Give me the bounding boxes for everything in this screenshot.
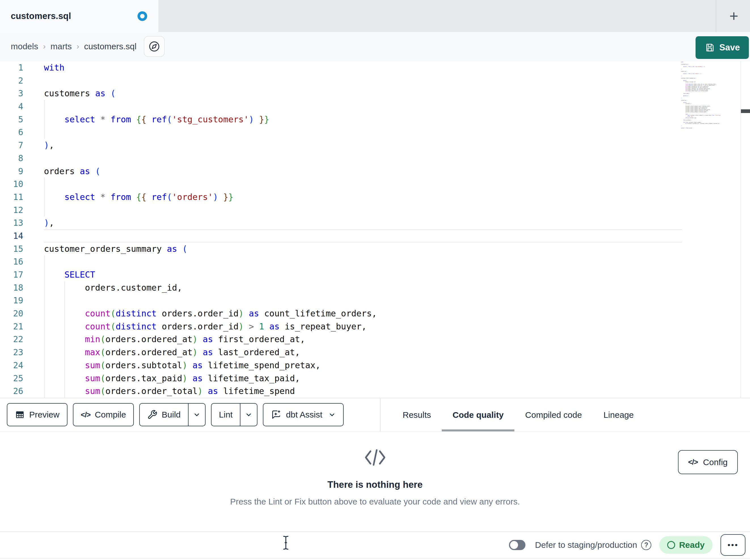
editor-toolbar: Preview </> Compile Build [0, 398, 750, 432]
code-line[interactable]: min(orders.ordered_at) as first_ordered_… [44, 333, 377, 346]
code-line[interactable] [44, 74, 377, 87]
ready-status-badge[interactable]: Ready [659, 536, 713, 554]
line-number: 7 [0, 139, 23, 152]
status-circle-icon [667, 541, 675, 549]
code-line[interactable] [44, 204, 377, 217]
code-line[interactable]: ), [44, 139, 377, 152]
save-button-label: Save [719, 42, 740, 53]
panel-tab-results[interactable]: Results [392, 398, 442, 431]
line-number: 6 [0, 126, 23, 139]
indent-guide [44, 255, 45, 398]
empty-state-description: Press the Lint or Fix button above to ev… [0, 497, 750, 506]
line-number: 24 [0, 359, 23, 372]
line-number: 3 [0, 87, 23, 100]
code-line[interactable] [44, 294, 377, 307]
code-line[interactable]: sum(orders.subtotal) as lifetime_spend_p… [44, 359, 377, 372]
text-cursor [282, 535, 290, 551]
status-bar: Defer to staging/production ? Ready ••• [0, 532, 750, 558]
lint-dropdown-button[interactable] [240, 403, 257, 426]
lint-split-button: Lint [211, 403, 257, 426]
dbt-assist-button[interactable]: dbt Assist [263, 403, 343, 426]
panel-tab-lineage[interactable]: Lineage [593, 398, 645, 431]
panel-tab-code-quality[interactable]: Code quality [442, 398, 514, 431]
line-number: 1 [0, 61, 23, 74]
code-editor[interactable]: 1234567891011121314151617181920212223242… [0, 61, 750, 398]
line-number: 20 [0, 307, 23, 320]
code-quality-panel: </> Config There is nothing here Press t… [0, 432, 750, 531]
explore-lineage-button[interactable] [144, 36, 165, 57]
toolbar-divider [380, 398, 380, 431]
breadcrumb-bar: models › marts › customers.sql [0, 32, 750, 61]
line-number: 21 [0, 320, 23, 333]
code-line[interactable] [44, 126, 377, 139]
indent-guide [44, 100, 45, 139]
minimap-line: select * from joined [681, 127, 732, 129]
chevron-down-icon [193, 411, 200, 418]
code-line[interactable]: select * from {{ ref('orders') }} [44, 191, 377, 204]
code-line[interactable]: ), [44, 216, 377, 229]
build-button-label: Build [162, 410, 181, 419]
line-number: 2 [0, 74, 23, 87]
breadcrumb-separator: › [43, 42, 46, 51]
code-line[interactable]: orders.customer_id, [44, 281, 377, 294]
line-number: 10 [0, 178, 23, 191]
defer-toggle[interactable] [509, 540, 526, 550]
code-line[interactable]: orders as ( [44, 165, 377, 178]
panel-tab-label: Code quality [453, 410, 504, 420]
line-number: 12 [0, 204, 23, 217]
minimap[interactable]: withcustomers as ( select * from {{ ref(… [681, 61, 732, 194]
line-number: 18 [0, 281, 23, 294]
line-number-gutter: 1234567891011121314151617181920212223242… [0, 61, 23, 398]
line-number: 5 [0, 113, 23, 126]
compile-button[interactable]: </> Compile [73, 403, 134, 426]
assist-chat-sparkle-icon [271, 409, 281, 420]
line-number: 11 [0, 191, 23, 204]
code-line[interactable]: sum(orders.tax_paid) as lifetime_tax_pai… [44, 372, 377, 385]
help-icon[interactable]: ? [641, 540, 651, 550]
build-dropdown-button[interactable] [188, 403, 205, 426]
code-line[interactable] [44, 229, 377, 243]
tab-bar-divider [716, 0, 716, 32]
panel-tab-label: Results [403, 410, 431, 420]
code-line[interactable]: sum(orders.order_total) as lifetime_spen… [44, 385, 377, 398]
code-line[interactable]: count(distinct orders.order_id) as count… [44, 307, 377, 320]
dbt-ide-window: customers.sql + models › marts › custome… [0, 0, 750, 560]
compile-button-label: Compile [95, 410, 126, 419]
code-line[interactable]: with [44, 61, 377, 74]
new-tab-button[interactable]: + [724, 6, 744, 26]
code-line[interactable] [44, 152, 377, 165]
code-line[interactable] [44, 100, 377, 113]
code-line[interactable]: customer_orders_summary as ( [44, 243, 377, 255]
code-line[interactable] [44, 178, 377, 191]
line-number: 13 [0, 216, 23, 229]
code-line[interactable]: select * from {{ ref('stg_customers') }} [44, 113, 377, 126]
breadcrumb-item-marts[interactable]: marts [51, 42, 72, 51]
code-slash-icon [363, 448, 387, 468]
breadcrumb-item-models[interactable]: models [11, 42, 38, 51]
file-tab-customers-sql[interactable]: customers.sql [0, 0, 159, 32]
breadcrumb-separator: › [77, 42, 79, 51]
lint-button[interactable]: Lint [212, 403, 240, 426]
code-line[interactable]: SELECT [44, 268, 377, 281]
build-button[interactable]: Build [140, 403, 188, 426]
line-number: 25 [0, 372, 23, 385]
breadcrumb-item-customers-sql[interactable]: customers.sql [84, 42, 136, 51]
defer-toggle-label: Defer to staging/production [535, 540, 637, 550]
save-button[interactable]: Save [695, 36, 749, 59]
code-line[interactable]: max(orders.ordered_at) as last_ordered_a… [44, 346, 377, 359]
unsaved-changes-dot-icon [138, 11, 147, 21]
toolbar-button-group: Preview </> Compile Build [7, 403, 344, 426]
preview-button[interactable]: Preview [7, 403, 67, 426]
code-brackets-icon: </> [81, 411, 91, 419]
overflow-menu-button[interactable]: ••• [721, 534, 746, 556]
panel-tab-compiled-code[interactable]: Compiled code [514, 398, 593, 431]
chevron-down-icon [328, 411, 336, 418]
line-number: 17 [0, 268, 23, 281]
empty-state-title: There is nothing here [0, 479, 750, 490]
toggle-knob [510, 541, 518, 549]
code-line[interactable] [44, 255, 377, 268]
code-line[interactable]: count(distinct orders.order_id) > 1 as i… [44, 320, 377, 333]
code-line[interactable]: customers as ( [44, 87, 377, 100]
editor-tab-bar: customers.sql + [0, 0, 750, 32]
line-number: 23 [0, 346, 23, 359]
